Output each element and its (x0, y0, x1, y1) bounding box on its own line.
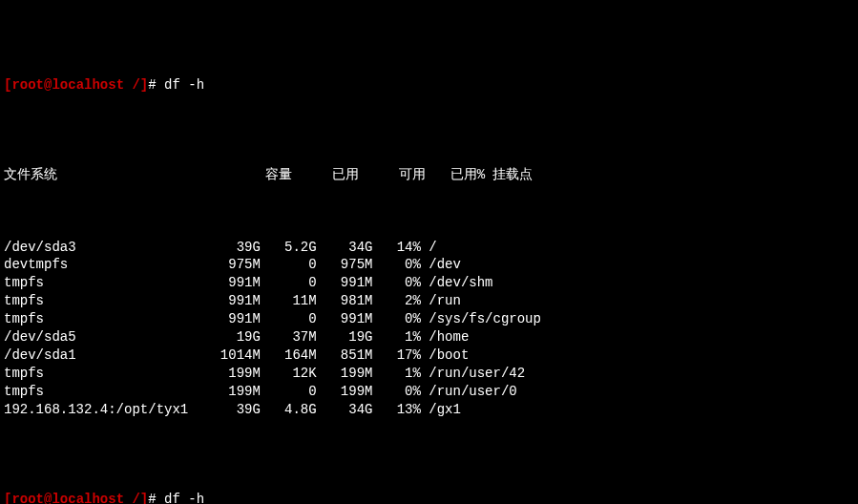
df-row: /dev/sda5 19G 37M 19G 1% /home (4, 328, 854, 346)
bracket-close: ] (140, 77, 148, 93)
prompt-host: localhost (52, 77, 124, 93)
df-row: tmpfs 199M 12K 199M 1% /run/user/42 (4, 365, 854, 383)
command-text: df -h (164, 492, 204, 504)
prompt-line: [root@localhost /]# df -h (4, 76, 854, 94)
prompt-hash: # (148, 77, 164, 93)
df-row: devtmpfs 975M 0 975M 0% /dev (4, 256, 854, 274)
df-row: tmpfs 199M 0 199M 0% /run/user/0 (4, 383, 854, 401)
df-row: tmpfs 991M 0 991M 0% /sys/fs/cgroup (4, 310, 854, 328)
df-row: /dev/sda1 1014M 164M 851M 17% /boot (4, 346, 854, 365)
df-header-row: 文件系统 容量 已用 可用 已用% 挂载点 (4, 166, 854, 184)
terminal[interactable]: [root@localhost /]# df -h 文件系统 容量 已用 可用 … (0, 0, 858, 504)
prompt-user: root (11, 77, 44, 93)
df-row: /dev/sda3 39G 5.2G 34G 14% / (4, 239, 854, 257)
df-row: tmpfs 991M 0 991M 0% /dev/shm (4, 274, 854, 292)
prompt-line: [root@localhost /]# df -h (4, 491, 854, 504)
df-row: tmpfs 991M 11M 981M 2% /run (4, 292, 854, 310)
df-row: 192.168.132.4:/opt/tyx1 39G 4.8G 34G 13%… (4, 401, 854, 419)
prompt-path: / (124, 77, 140, 93)
command-text: df -h (164, 77, 204, 93)
